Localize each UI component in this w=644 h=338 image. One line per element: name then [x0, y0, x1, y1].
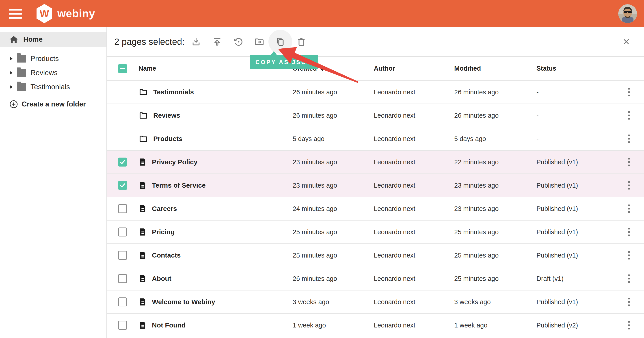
column-header-status: Status — [536, 65, 614, 72]
row-name: Reviews — [153, 112, 180, 119]
sort-descending-icon — [320, 66, 325, 72]
row-checkbox[interactable] — [118, 181, 127, 190]
move-to-folder-button[interactable] — [249, 29, 270, 54]
folder-icon — [138, 134, 148, 143]
table-row[interactable]: Reviews26 minutes agoLeonardo next26 min… — [107, 104, 644, 127]
row-status: Published (v1) — [536, 205, 614, 212]
delete-button[interactable] — [291, 29, 312, 54]
table-row[interactable]: Terms of Service23 minutes agoLeonardo n… — [107, 174, 644, 197]
table-row[interactable]: Testimonials26 minutes agoLeonardo next2… — [107, 81, 644, 104]
export-button[interactable] — [206, 29, 228, 54]
row-status: Published (v1) — [536, 298, 614, 306]
folder-move-icon — [254, 36, 264, 47]
close-selection-button[interactable] — [621, 36, 632, 47]
row-created: 24 minutes ago — [293, 205, 374, 212]
row-actions-menu-icon[interactable] — [626, 272, 632, 285]
row-actions-menu-icon[interactable] — [626, 86, 632, 98]
top-app-bar: W webiny — [0, 0, 644, 27]
webiny-logo: W webiny — [36, 4, 95, 23]
column-header-modified: Modified — [454, 65, 536, 72]
row-modified: 23 minutes ago — [454, 205, 536, 212]
document-icon — [138, 274, 147, 284]
webiny-logo-hexagon-icon: W — [36, 4, 53, 23]
copy-button[interactable] — [270, 29, 291, 54]
document-icon — [138, 204, 147, 214]
row-created: 25 minutes ago — [293, 228, 374, 236]
sidebar-item-home[interactable]: Home — [0, 32, 106, 46]
chevron-right-icon[interactable] — [10, 57, 12, 61]
row-created: 25 minutes ago — [293, 252, 374, 259]
chevron-right-icon[interactable] — [10, 71, 12, 75]
sidebar-item-label: Reviews — [30, 68, 58, 77]
row-actions-menu-icon[interactable] — [626, 249, 632, 262]
row-checkbox[interactable] — [118, 204, 127, 213]
row-status: Draft (v1) — [536, 275, 614, 282]
plus-circle-icon — [9, 100, 18, 109]
row-status: Published (v1) — [536, 252, 614, 259]
create-folder-label: Create a new folder — [22, 100, 86, 108]
table-row[interactable]: Careers24 minutes agoLeonardo next23 min… — [107, 197, 644, 220]
row-created: 5 days ago — [293, 135, 374, 142]
row-checkbox[interactable] — [118, 321, 127, 330]
upload-icon — [212, 36, 222, 47]
row-actions-menu-icon[interactable] — [626, 109, 632, 122]
sidebar-item-reviews[interactable]: Reviews — [0, 66, 106, 80]
copy-as-json-tooltip: COPY AS JSON — [250, 55, 318, 69]
row-name: About — [152, 275, 172, 282]
table-row[interactable]: About26 minutes agoLeonardo next25 minut… — [107, 267, 644, 290]
document-icon — [138, 157, 147, 167]
row-checkbox[interactable] — [118, 228, 127, 236]
row-status: Published (v2) — [536, 322, 614, 329]
row-author: Leonardo next — [374, 88, 454, 96]
row-actions-menu-icon[interactable] — [626, 296, 632, 308]
row-name: Contacts — [152, 252, 180, 259]
row-status: Published (v1) — [536, 228, 614, 236]
row-created: 3 weeks ago — [293, 298, 374, 306]
restore-button[interactable] — [228, 29, 249, 54]
folder-icon — [138, 111, 148, 120]
row-actions-menu-icon[interactable] — [626, 132, 632, 145]
menu-icon[interactable] — [9, 9, 22, 18]
row-checkbox[interactable] — [118, 158, 127, 166]
row-name: Welcome to Webiny — [152, 298, 215, 306]
row-checkbox[interactable] — [118, 274, 127, 283]
table-row[interactable]: Products5 days agoLeonardo next5 days ag… — [107, 127, 644, 150]
folder-icon — [138, 88, 148, 96]
row-checkbox[interactable] — [118, 251, 127, 260]
row-name: Products — [153, 135, 182, 142]
row-modified: 5 days ago — [454, 135, 536, 142]
row-modified: 22 minutes ago — [454, 158, 536, 166]
sidebar-item-testimonials[interactable]: Testimonials — [0, 80, 106, 94]
row-actions-menu-icon[interactable] — [626, 202, 632, 215]
user-avatar[interactable] — [618, 4, 637, 23]
download-button[interactable] — [186, 29, 206, 54]
row-modified: 26 minutes ago — [454, 88, 536, 96]
table-row[interactable]: Contacts25 minutes agoLeonardo next25 mi… — [107, 244, 644, 267]
row-status: - — [536, 88, 614, 96]
table-row[interactable]: Privacy Policy23 minutes agoLeonardo nex… — [107, 150, 644, 174]
table-row[interactable]: Pricing25 minutes agoLeonardo next25 min… — [107, 220, 644, 244]
close-icon — [623, 38, 630, 45]
row-author: Leonardo next — [374, 275, 454, 282]
chevron-right-icon[interactable] — [10, 85, 12, 89]
select-all-checkbox[interactable] — [118, 64, 127, 73]
row-name: Pricing — [152, 228, 175, 236]
create-folder-button[interactable]: Create a new folder — [0, 97, 106, 111]
row-modified: 1 week ago — [454, 322, 536, 329]
selection-toolbar: 2 pages selected: — [107, 27, 644, 57]
row-modified: 25 minutes ago — [454, 228, 536, 236]
row-name: Privacy Policy — [152, 158, 198, 166]
table-row[interactable]: Welcome to Webiny3 weeks agoLeonardo nex… — [107, 290, 644, 314]
document-icon — [138, 297, 147, 307]
row-actions-menu-icon[interactable] — [626, 156, 632, 168]
row-actions-menu-icon[interactable] — [626, 179, 632, 192]
row-actions-menu-icon[interactable] — [626, 319, 632, 332]
sidebar-item-products[interactable]: Products — [0, 52, 106, 66]
row-author: Leonardo next — [374, 228, 454, 236]
row-name: Terms of Service — [152, 182, 206, 189]
row-actions-menu-icon[interactable] — [626, 226, 632, 238]
column-header-author: Author — [374, 65, 454, 72]
row-checkbox[interactable] — [118, 298, 127, 306]
table-row[interactable]: Not Found1 week agoLeonardo next1 week a… — [107, 314, 644, 337]
sidebar-item-label: Products — [30, 54, 59, 63]
